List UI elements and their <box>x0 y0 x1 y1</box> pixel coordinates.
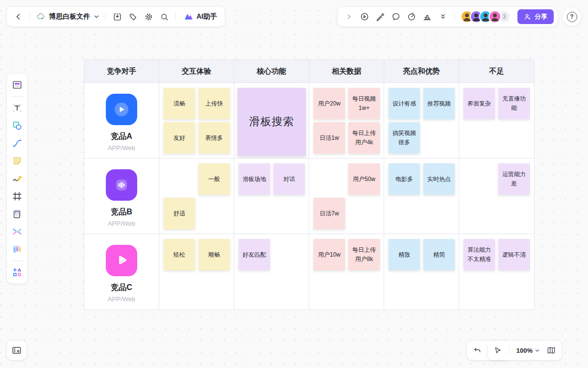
sticky-note[interactable]: 滑板搜索 <box>238 88 306 156</box>
sticky-note[interactable]: 上传快 <box>198 88 230 119</box>
present-button[interactable] <box>357 9 372 24</box>
comment-button[interactable] <box>389 9 403 24</box>
sticky-note[interactable]: 每日视频1w+ <box>348 88 380 119</box>
sticky-note[interactable]: 每日上传用户8k <box>348 239 380 270</box>
document-title-menu[interactable]: 博思白板文件 <box>34 12 101 22</box>
header-highlights[interactable]: 亮点和优势 <box>384 60 459 83</box>
sticky-note[interactable]: 界面复杂 <box>464 88 495 119</box>
sticky-note[interactable]: 用户50w <box>348 163 380 195</box>
header-weaknesses[interactable]: 不足 <box>459 60 534 83</box>
sticky-note[interactable]: 用户20w <box>314 88 345 119</box>
header-competitors[interactable]: 竞争对手 <box>84 60 159 83</box>
avatar[interactable] <box>489 10 501 23</box>
chart-button[interactable] <box>420 9 435 24</box>
timer-button[interactable] <box>404 9 419 24</box>
sticky-note-icon <box>12 156 23 166</box>
more-shapes-tool[interactable] <box>10 265 24 280</box>
divider <box>29 12 30 21</box>
sticky-note[interactable]: 实时热点 <box>423 163 455 195</box>
tag-icon <box>128 12 138 22</box>
competitor-a-cell[interactable]: 竞品A APP/Web <box>84 83 159 158</box>
minimap-button[interactable] <box>544 343 559 358</box>
back-button[interactable] <box>11 9 25 24</box>
canvas-settings-button[interactable] <box>7 341 26 360</box>
pen-tool[interactable] <box>10 171 24 186</box>
cell-a-core[interactable]: 滑板搜索 <box>234 83 309 158</box>
collapse-toolbar-button[interactable] <box>342 9 356 24</box>
settings-button[interactable] <box>141 9 156 24</box>
sticky-note[interactable]: 电影多 <box>389 163 420 195</box>
sticky-note[interactable]: 运营能力差 <box>498 163 530 195</box>
sticky-note[interactable]: 流畅 <box>164 88 195 119</box>
kanban-tool[interactable] <box>10 242 24 257</box>
more-tools-button[interactable] <box>436 9 450 24</box>
document-tool[interactable] <box>10 207 24 221</box>
sticky-note[interactable]: 算法能力不太精准 <box>464 239 495 270</box>
cell-b-core[interactable]: 滑板场地 对话 <box>234 158 309 234</box>
sticky-note-tool[interactable] <box>10 154 24 168</box>
sticky-note[interactable]: 顺畅 <box>198 239 230 270</box>
cursor-tool-button[interactable] <box>490 343 505 358</box>
competitor-a-app-icon[interactable] <box>106 94 137 125</box>
collaborator-avatars[interactable]: 3 <box>459 10 513 23</box>
double-chevron-down-icon <box>439 13 447 21</box>
mindmap-tool[interactable] <box>10 224 24 239</box>
sticky-note[interactable]: 友好 <box>164 122 195 154</box>
cell-c-highlights[interactable]: 精致 精简 <box>384 234 459 310</box>
cell-c-interaction[interactable]: 轻松 顺畅 <box>159 234 234 310</box>
template-tool[interactable] <box>10 78 24 92</box>
cell-a-weaknesses[interactable]: 界面复杂 无直播功能 <box>459 83 534 158</box>
laser-pointer-button[interactable] <box>373 9 388 24</box>
divider <box>175 12 176 21</box>
cell-c-data[interactable]: 用户10w 每日上传用户8k <box>309 234 384 310</box>
cell-c-weaknesses[interactable]: 算法能力不太精准 逻辑不清 <box>459 234 534 310</box>
sticky-note[interactable]: 精简 <box>423 239 455 270</box>
sticky-note[interactable]: 一般 <box>198 163 230 195</box>
sticky-note[interactable]: 每日上传用户4k <box>348 122 380 154</box>
shape-tool[interactable] <box>10 118 24 133</box>
help-button[interactable]: ? <box>563 7 581 26</box>
sticky-note[interactable]: 搞笑视频很多 <box>389 122 420 154</box>
zoom-level-control[interactable]: 100% <box>514 347 543 354</box>
sticky-note[interactable]: 对话 <box>273 163 305 195</box>
search-button[interactable] <box>157 9 172 24</box>
cell-a-interaction[interactable]: 流畅 上传快 友好 表情多 <box>159 83 234 158</box>
competitor-c-cell[interactable]: 竞品C APP/Web <box>84 234 159 310</box>
cell-b-highlights[interactable]: 电影多 实时热点 <box>384 158 459 234</box>
header-core-features[interactable]: 核心功能 <box>234 60 309 83</box>
cell-b-interaction[interactable]: 一般 舒适 <box>159 158 234 234</box>
sticky-note[interactable]: 设计有感 <box>389 88 420 119</box>
cell-a-highlights[interactable]: 设计有感 推荐视频 搞笑视频很多 <box>384 83 459 158</box>
sticky-note[interactable]: 无直播功能 <box>498 88 530 119</box>
sticky-note[interactable]: 舒适 <box>164 198 195 229</box>
share-button[interactable]: 分享 <box>517 9 554 24</box>
competitor-b-app-icon[interactable] <box>106 169 137 201</box>
cell-c-core[interactable]: 好友匹配 <box>234 234 309 310</box>
competitor-analysis-table[interactable]: 竞争对手 交互体验 核心功能 相关数据 亮点和优势 不足 竞品A APP/Web… <box>84 59 535 310</box>
header-interaction[interactable]: 交互体验 <box>159 60 234 83</box>
ai-assistant-button[interactable]: AI助手 <box>180 12 221 22</box>
tag-button[interactable] <box>125 9 140 24</box>
sticky-note[interactable]: 逻辑不清 <box>498 239 530 270</box>
header-related-data[interactable]: 相关数据 <box>309 60 384 83</box>
sticky-note[interactable]: 轻松 <box>164 239 195 270</box>
sticky-note[interactable]: 表情多 <box>198 122 230 154</box>
sticky-note[interactable]: 好友匹配 <box>239 239 270 270</box>
sticky-note[interactable]: 精致 <box>389 239 420 270</box>
sticky-note[interactable]: 用户10w <box>314 239 345 270</box>
sticky-note[interactable]: 日活1w <box>314 122 345 154</box>
frame-tool[interactable] <box>10 189 24 204</box>
undo-button[interactable] <box>470 343 485 358</box>
competitor-c-app-icon[interactable] <box>106 245 137 276</box>
sticky-note[interactable]: 推荐视频 <box>423 88 455 119</box>
search-icon <box>160 12 169 22</box>
import-button[interactable] <box>110 9 124 24</box>
sticky-note[interactable]: 滑板场地 <box>239 163 270 195</box>
cell-a-data[interactable]: 用户20w 每日视频1w+ 日活1w 每日上传用户4k <box>309 83 384 158</box>
connector-tool[interactable] <box>10 136 24 151</box>
cell-b-data[interactable]: 用户50w 日活7w <box>309 158 384 234</box>
sticky-note[interactable]: 日活7w <box>314 198 345 229</box>
competitor-b-cell[interactable]: 竞品B APP/Web <box>84 158 159 234</box>
cell-b-weaknesses[interactable]: 运营能力差 <box>459 158 534 234</box>
text-tool[interactable] <box>10 101 24 115</box>
